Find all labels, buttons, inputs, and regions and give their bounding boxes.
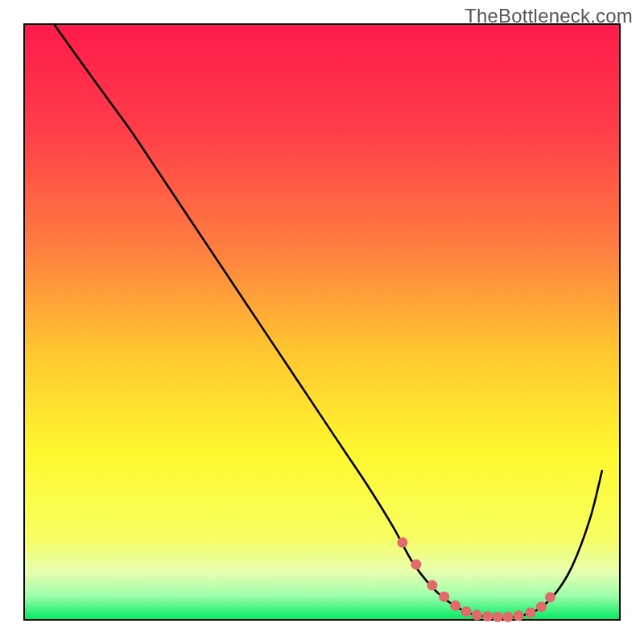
gradient-background bbox=[24, 24, 620, 620]
bottleneck-chart bbox=[0, 0, 644, 644]
highlight-dot bbox=[427, 580, 437, 591]
highlight-dot bbox=[493, 612, 503, 622]
highlight-dot bbox=[514, 610, 524, 621]
highlight-dot bbox=[482, 611, 493, 621]
highlight-dot bbox=[472, 610, 482, 621]
watermark-text: TheBottleneck.com bbox=[464, 5, 633, 27]
highlight-dot bbox=[439, 592, 449, 602]
highlight-dot bbox=[461, 606, 472, 617]
highlight-dot bbox=[545, 592, 555, 602]
highlight-dot bbox=[450, 601, 460, 611]
chart-container: TheBottleneck.com bbox=[0, 0, 644, 644]
highlight-dot bbox=[536, 601, 547, 612]
highlight-dot bbox=[411, 559, 421, 570]
highlight-dot bbox=[397, 537, 407, 547]
highlight-dot bbox=[502, 612, 513, 622]
highlight-dot bbox=[526, 608, 536, 618]
